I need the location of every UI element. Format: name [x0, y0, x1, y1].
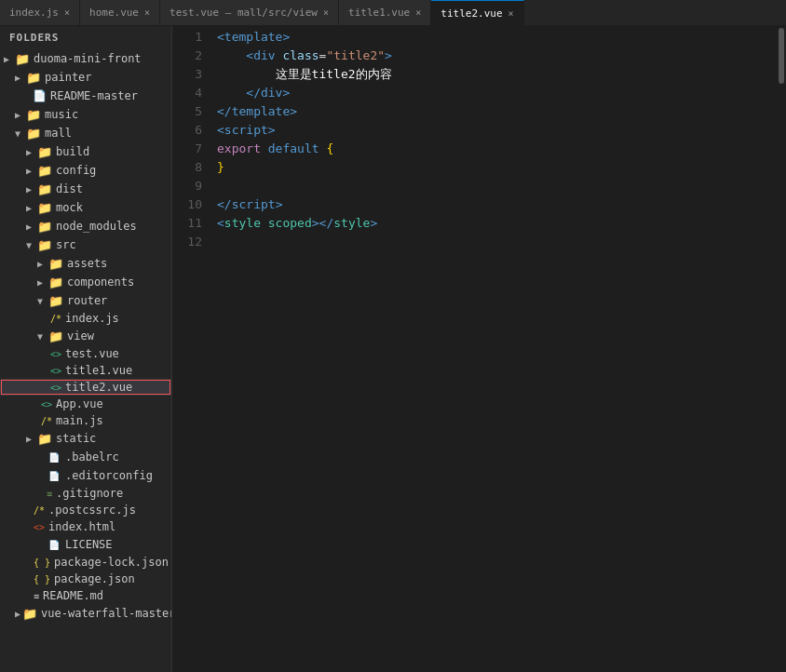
token: export — [217, 140, 261, 158]
folder-icon: 📁 — [48, 329, 63, 343]
code-line-12 — [217, 233, 777, 251]
tab-home-vue[interactable]: home.vue × — [80, 0, 160, 25]
tree-label: node_modules — [56, 220, 137, 233]
tab-test-vue[interactable]: test.vue — mall/src/view × — [160, 0, 339, 25]
tree-item-babelrc[interactable]: 📄 .babelrc — [0, 448, 171, 466]
tree-item-src[interactable]: ▼ 📁 src — [0, 235, 171, 254]
sidebar: FOLDERS ▶ 📁 duoma-mini-front ▶ 📁 painter… — [0, 26, 172, 672]
code-line-4: </div> — [217, 84, 777, 102]
tab-index-js[interactable]: index.js × — [0, 0, 80, 25]
tree-item-package-json[interactable]: { } package.json — [0, 571, 171, 587]
tree-item-static[interactable]: ▶ 📁 static — [0, 429, 171, 448]
code-line-2: <div class="title2"> — [217, 47, 777, 65]
tree-label: LICENSE — [65, 538, 113, 551]
token — [261, 214, 268, 233]
tree-item-view[interactable]: ▼ 📁 view — [0, 327, 171, 345]
tree-item-package-lock[interactable]: { } package-lock.json — [0, 554, 171, 571]
folder-icon: 📁 — [26, 126, 41, 141]
tree-label: .postcssrc.js — [48, 504, 136, 517]
arrow-icon: ▶ — [15, 110, 24, 120]
tree-item-editorconfig[interactable]: 📄 .editorconfig — [0, 466, 171, 485]
folder-icon: 📁 — [48, 275, 63, 289]
token: ></ — [312, 214, 333, 233]
tree-item-duoma-mini-front[interactable]: ▶ 📁 duoma-mini-front — [0, 49, 171, 68]
code-content[interactable]: <template> <div class="title2"> 这里是title… — [210, 26, 777, 672]
tree-item-config[interactable]: ▶ 📁 config — [0, 161, 171, 180]
tree-item-mall[interactable]: ▼ 📁 mall — [0, 124, 171, 142]
tree-item-components[interactable]: ▶ 📁 components — [0, 273, 171, 291]
vue-file-icon: <> — [41, 399, 52, 410]
token — [217, 47, 246, 65]
tree-item-test-vue[interactable]: <> test.vue — [0, 345, 171, 362]
tab-close-icon[interactable]: × — [323, 7, 329, 18]
tree-item-app-vue[interactable]: <> App.vue — [0, 396, 171, 412]
arrow-icon: ▶ — [26, 147, 35, 157]
tab-close-icon[interactable]: × — [415, 7, 421, 18]
tree-label: static — [56, 432, 96, 445]
tab-close-icon[interactable]: × — [144, 7, 150, 18]
tab-label: index.js — [9, 7, 59, 19]
tree-label: index.js — [65, 312, 119, 325]
tree-item-dist[interactable]: ▶ 📁 dist — [0, 180, 171, 198]
token: </ — [217, 102, 232, 121]
code-line-10: </script> — [217, 195, 777, 214]
tree-item-license[interactable]: 📄 LICENSE — [0, 535, 171, 554]
token: 这里是title2的内容 — [217, 65, 392, 84]
tab-title2-vue[interactable]: title2.vue × — [431, 0, 523, 25]
token: > — [282, 28, 290, 47]
tab-close-icon[interactable]: × — [508, 8, 514, 19]
md-file-icon: ≡ — [34, 591, 39, 601]
token: script — [224, 121, 268, 140]
config-file-icon: ≡ — [47, 489, 52, 499]
tab-title1-vue[interactable]: title1.vue × — [339, 0, 431, 25]
scrollbar-track[interactable] — [777, 26, 786, 672]
tab-close-icon[interactable]: × — [64, 7, 70, 18]
token: "title2" — [326, 47, 385, 65]
tree-item-title2-vue[interactable]: <> title2.vue — [0, 379, 171, 396]
token — [217, 84, 246, 102]
folder-icon: 📁 — [22, 606, 37, 621]
folder-tree: ▶ 📁 duoma-mini-front ▶ 📁 painter 📄 READM… — [0, 49, 171, 672]
tree-item-title1-vue[interactable]: <> title1.vue — [0, 362, 171, 379]
token: style — [224, 214, 261, 233]
tree-item-mock[interactable]: ▶ 📁 mock — [0, 198, 171, 217]
tree-item-vue-waterfall-master[interactable]: ▶ 📁 vue-waterfall-master — [0, 604, 171, 623]
tree-item-node-modules[interactable]: ▶ 📁 node_modules — [0, 217, 171, 235]
arrow-icon: ▶ — [15, 609, 20, 619]
tree-item-main-js[interactable]: /* main.js — [0, 412, 171, 429]
arrow-icon: ▶ — [15, 73, 24, 83]
tree-label: .gitignore — [56, 487, 123, 500]
token: > — [290, 102, 297, 121]
tree-label: vue-waterfall-master — [41, 607, 172, 620]
tree-item-gitignore[interactable]: ≡ .gitignore — [0, 485, 171, 502]
code-line-1: <template> — [217, 28, 777, 47]
token: < — [217, 28, 224, 47]
tree-label: README-master — [50, 89, 138, 102]
tree-item-readme-master[interactable]: 📄 README-master — [0, 87, 171, 105]
tree-item-build[interactable]: ▶ 📁 build — [0, 142, 171, 161]
token: > — [268, 121, 276, 140]
tree-item-readme-md[interactable]: ≡ README.md — [0, 587, 171, 604]
tree-item-postcssrc[interactable]: /* .postcssrc.js — [0, 502, 171, 518]
folder-icon: 📁 — [37, 237, 52, 252]
token — [261, 140, 268, 158]
tab-label: home.vue — [89, 7, 139, 19]
tree-item-painter[interactable]: ▶ 📁 painter — [0, 68, 171, 87]
vue-file-icon: <> — [50, 349, 61, 359]
tree-item-router[interactable]: ▼ 📁 router — [0, 291, 171, 310]
tree-item-music[interactable]: ▶ 📁 music — [0, 105, 171, 124]
token: < — [217, 121, 224, 140]
arrow-icon: ▶ — [26, 203, 35, 213]
tree-label: main.js — [56, 414, 103, 427]
token: div — [253, 47, 275, 65]
scrollbar-thumb[interactable] — [779, 28, 784, 84]
folder-icon: 📁 — [37, 219, 52, 234]
tree-item-index-html[interactable]: <> index.html — [0, 518, 171, 535]
tree-item-assets[interactable]: ▶ 📁 assets — [0, 254, 171, 273]
token: script — [232, 195, 276, 214]
tree-label: title1.vue — [65, 364, 132, 377]
folder-icon: 📁 — [37, 431, 52, 446]
tree-item-router-index-js[interactable]: /* index.js — [0, 310, 171, 327]
token: template — [224, 28, 283, 47]
folder-icon: 📁 — [37, 200, 52, 215]
